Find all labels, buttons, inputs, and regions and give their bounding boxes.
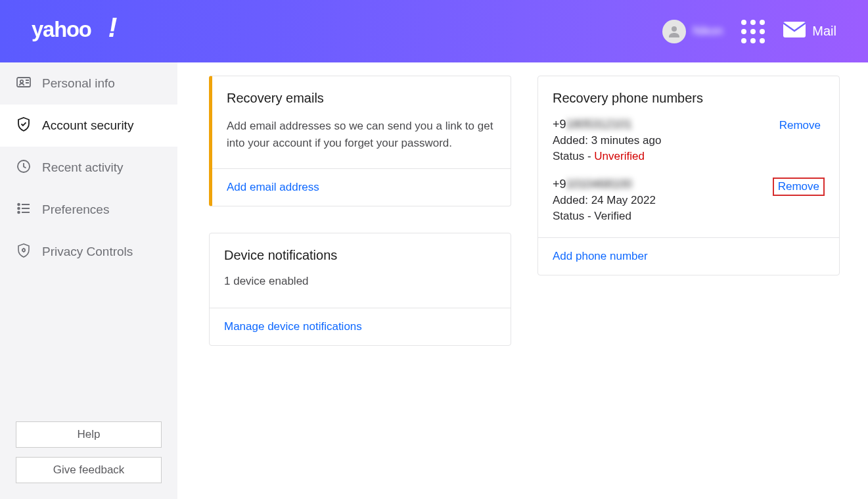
card-title: Device notifications [224, 248, 496, 263]
mail-link[interactable]: Mail [783, 22, 836, 41]
device-notifications-card: Device notifications 1 device enabled Ma… [209, 233, 511, 346]
svg-point-9 [18, 211, 20, 213]
id-card-icon [16, 74, 32, 93]
phone-number: +91010468100 [553, 178, 773, 191]
shield-gear-icon [16, 243, 32, 262]
sidebar-item-account-security[interactable]: Account security [0, 105, 177, 147]
svg-point-5 [20, 80, 23, 82]
top-header: yahoo ! Nikon Mail [0, 0, 868, 62]
svg-point-7 [18, 203, 20, 205]
sidebar-item-label: Personal info [42, 76, 115, 91]
yahoo-logo[interactable]: yahoo ! [32, 16, 137, 47]
shield-check-icon [16, 116, 32, 135]
remove-phone-link[interactable]: Remove [775, 118, 825, 133]
sidebar-item-privacy-controls[interactable]: Privacy Controls [0, 231, 177, 273]
add-email-link[interactable]: Add email address [227, 181, 319, 193]
card-title: Recovery phone numbers [553, 91, 825, 106]
sidebar-item-label: Privacy Controls [42, 245, 133, 259]
sidebar-item-label: Account security [42, 118, 133, 133]
add-phone-link[interactable]: Add phone number [553, 250, 648, 262]
phone-entry: +91805312101 Added: 3 minutes ago Status… [553, 118, 825, 163]
phone-added: Added: 24 May 2022 [553, 194, 773, 207]
svg-point-2 [672, 26, 677, 32]
recovery-emails-card: Recovery emails Add email addresses so w… [209, 76, 511, 206]
sidebar: Personal info Account security Recent ac… [0, 62, 177, 499]
user-menu[interactable]: Nikon [662, 20, 723, 43]
sidebar-item-label: Recent activity [42, 160, 124, 175]
svg-text:!: ! [108, 16, 118, 43]
manage-devices-link[interactable]: Manage device notifications [224, 320, 362, 333]
device-count: 1 device enabled [224, 275, 496, 288]
card-title: Recovery emails [227, 91, 496, 106]
svg-rect-3 [783, 22, 806, 37]
phone-entry: +91010468100 Added: 24 May 2022 Status -… [553, 178, 825, 223]
clock-icon [16, 158, 32, 178]
mail-label: Mail [812, 24, 836, 39]
give-feedback-button[interactable]: Give feedback [16, 457, 162, 483]
sidebar-item-personal-info[interactable]: Personal info [0, 62, 177, 105]
phone-added: Added: 3 minutes ago [553, 134, 775, 147]
remove-phone-link[interactable]: Remove [773, 178, 825, 196]
recovery-phones-card: Recovery phone numbers +91805312101 Adde… [537, 76, 840, 275]
card-description: Add email addresses so we can send you a… [227, 118, 496, 151]
username: Nikon [693, 24, 723, 38]
sidebar-item-recent-activity[interactable]: Recent activity [0, 147, 177, 189]
phone-status: Status - Unverified [553, 150, 775, 163]
help-button[interactable]: Help [16, 421, 162, 448]
sidebar-item-label: Preferences [42, 202, 109, 217]
phone-number: +91805312101 [553, 118, 775, 131]
main-content: Recovery emails Add email addresses so w… [177, 62, 868, 499]
sidebar-item-preferences[interactable]: Preferences [0, 189, 177, 231]
phone-status: Status - Verified [553, 210, 773, 223]
mail-icon [783, 22, 806, 41]
svg-point-8 [18, 207, 20, 209]
list-icon [16, 201, 32, 220]
apps-grid-icon[interactable] [741, 20, 765, 43]
avatar-icon [662, 20, 686, 43]
svg-text:yahoo: yahoo [32, 17, 91, 41]
